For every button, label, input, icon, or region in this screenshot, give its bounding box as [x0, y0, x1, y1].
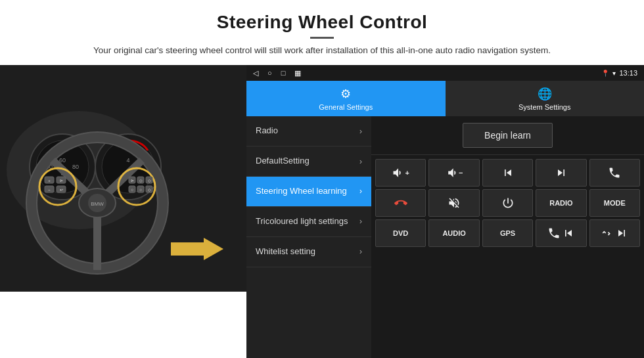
menu-item-default[interactable]: DefaultSetting › — [246, 146, 371, 177]
vol-down-btn[interactable]: − — [428, 159, 479, 187]
tab-system-label: System Settings — [518, 103, 570, 111]
prev-track-btn[interactable] — [482, 159, 533, 187]
android-panel: ◁ ○ □ ▦ 📍 ▾ 13:13 ⚙ General Settings — [246, 65, 644, 358]
svg-text:○: ○ — [131, 188, 133, 192]
hang-up-btn[interactable] — [375, 189, 426, 217]
menu-item-tricoloured-label: Tricoloured light settings — [256, 216, 348, 227]
system-settings-icon: 🌐 — [538, 87, 552, 101]
wheel-section: 60 0 40 80 4 0 — [0, 65, 246, 292]
svg-text:◇: ◇ — [148, 188, 151, 192]
header: Steering Wheel Control Your original car… — [93, 0, 551, 61]
home-icon[interactable]: ○ — [267, 69, 272, 78]
svg-text:−: − — [48, 188, 51, 192]
svg-text:↩: ↩ — [60, 188, 63, 192]
tab-bar: ⚙ General Settings 🌐 System Settings — [246, 81, 644, 116]
menu-item-whitelist-label: Whitelist setting — [256, 246, 315, 257]
menu-whitelist-chevron: › — [359, 247, 362, 256]
audio-label: AUDIO — [442, 229, 465, 237]
vol-seek-btn[interactable] — [536, 219, 586, 247]
svg-text:⊳: ⊳ — [131, 179, 134, 183]
page-container: Steering Wheel Control Your original car… — [0, 0, 644, 358]
next-track-btn[interactable] — [536, 159, 586, 187]
status-right: 📍 ▾ 13:13 — [601, 69, 637, 77]
control-row-3: DVD AUDIO GPS — [375, 219, 640, 247]
menu-item-whitelist[interactable]: Whitelist setting › — [246, 237, 371, 267]
clock: 13:13 — [619, 69, 637, 77]
recents-icon[interactable]: □ — [281, 69, 286, 78]
svg-text:BMW: BMW — [91, 201, 104, 207]
dvd-btn[interactable]: DVD — [375, 219, 426, 247]
svg-text:○: ○ — [139, 188, 142, 192]
power-btn[interactable] — [482, 189, 533, 217]
menu-default-chevron: › — [359, 157, 362, 166]
general-settings-icon: ⚙ — [340, 87, 351, 101]
begin-learn-row: Begin learn — [371, 116, 644, 155]
page-title: Steering Wheel Control — [93, 12, 551, 33]
mode-btn[interactable]: MODE — [589, 189, 640, 217]
menu-steering-chevron: › — [359, 187, 362, 196]
mute-btn[interactable] — [428, 189, 479, 217]
radio-label: RADIO — [549, 199, 572, 207]
ff-rew-btn[interactable] — [589, 219, 640, 247]
right-panel: Begin learn + − — [371, 116, 644, 358]
menu-item-steering-label: Steering Wheel learning — [256, 186, 347, 197]
vol-up-btn[interactable]: + — [375, 159, 426, 187]
dvd-label: DVD — [393, 229, 408, 237]
status-left: ◁ ○ □ ▦ — [253, 69, 301, 78]
status-bar: ◁ ○ □ ▦ 📍 ▾ 13:13 — [246, 65, 644, 81]
menu-item-radio-label: Radio — [256, 125, 278, 137]
svg-text:4: 4 — [126, 157, 129, 164]
menu-radio-chevron: › — [359, 127, 362, 136]
menu-item-default-label: DefaultSetting — [256, 156, 310, 167]
tab-system[interactable]: 🌐 System Settings — [446, 81, 645, 116]
control-grid: + − — [371, 155, 644, 251]
wifi-icon: ▾ — [612, 70, 616, 77]
menu-item-tricoloured[interactable]: Tricoloured light settings › — [246, 207, 371, 237]
location-icon: 📍 — [601, 70, 609, 77]
tab-general[interactable]: ⚙ General Settings — [246, 81, 446, 116]
header-divider — [310, 37, 334, 39]
svg-text:+: + — [48, 179, 51, 183]
menu-tricoloured-chevron: › — [359, 217, 362, 226]
menu-item-radio[interactable]: Radio › — [246, 116, 371, 146]
header-description: Your original car's steering wheel contr… — [93, 44, 551, 57]
content-area: Radio › DefaultSetting › Steering Wheel … — [246, 116, 644, 358]
svg-text:◇: ◇ — [139, 179, 143, 183]
control-row-2: RADIO MODE — [375, 189, 640, 217]
gps-btn[interactable]: GPS — [482, 219, 533, 247]
begin-learn-button[interactable]: Begin learn — [463, 123, 553, 148]
gps-label: GPS — [500, 229, 515, 237]
menu-item-steering[interactable]: Steering Wheel learning › — [246, 177, 371, 207]
back-icon[interactable]: ◁ — [253, 69, 258, 78]
mode-label: MODE — [604, 199, 626, 207]
apps-icon[interactable]: ▦ — [294, 69, 301, 78]
main-content: 60 0 40 80 4 0 — [0, 65, 644, 358]
tab-general-label: General Settings — [319, 103, 373, 111]
svg-text:80: 80 — [72, 164, 79, 170]
svg-text:◇: ◇ — [148, 179, 151, 183]
svg-text:⊳: ⊳ — [60, 179, 63, 183]
control-row-1: + − — [375, 159, 640, 187]
left-menu: Radio › DefaultSetting › Steering Wheel … — [246, 116, 371, 358]
wheel-svg: 60 0 40 80 4 0 — [0, 65, 246, 292]
audio-btn[interactable]: AUDIO — [428, 219, 479, 247]
radio-mode-btn[interactable]: RADIO — [536, 189, 586, 217]
phone-btn[interactable] — [589, 159, 640, 187]
